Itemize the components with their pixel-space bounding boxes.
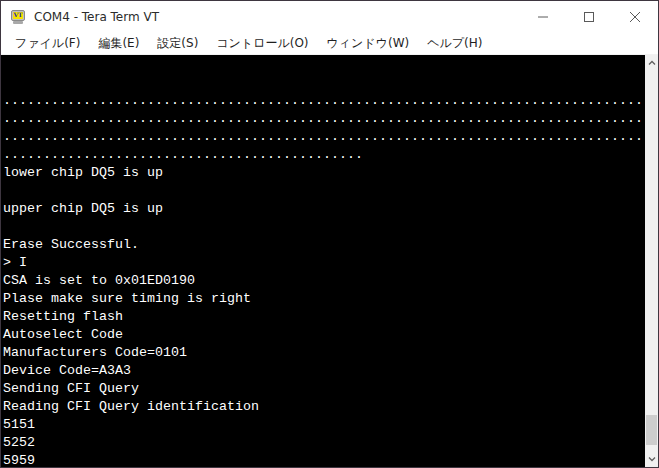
menu-control[interactable]: コントロール(O): [207, 33, 317, 54]
terminal-line: Autoselect Code: [3, 326, 645, 344]
close-icon: [630, 12, 640, 22]
terminal-line: Plase make sure timing is right: [3, 290, 645, 308]
menu-edit[interactable]: 編集(E): [89, 33, 148, 54]
vertical-scrollbar[interactable]: [645, 55, 658, 467]
terminal-area[interactable]: ........................................…: [1, 55, 658, 467]
terminal-line: lower chip DQ5 is up: [3, 164, 645, 182]
terminal-line: Manufacturers Code=0101: [3, 344, 645, 362]
vt-icon-label: VT: [13, 12, 23, 19]
maximize-button[interactable]: [566, 1, 612, 32]
terminal-line: ........................................…: [3, 128, 645, 146]
terminal-line: upper chip DQ5 is up: [3, 200, 645, 218]
tera-term-vt-icon: VT: [10, 9, 26, 25]
vt-icon-screen: VT: [11, 10, 25, 21]
terminal-line: Erase Successful.: [3, 236, 645, 254]
tera-term-window: VT COM4 - Tera Term VT フ: [0, 0, 659, 468]
terminal-line: 5151: [3, 416, 645, 434]
minimize-icon: [538, 12, 548, 22]
terminal-lines: ........................................…: [3, 92, 645, 467]
terminal-line: ........................................…: [3, 92, 645, 110]
minimize-button[interactable]: [520, 1, 566, 32]
terminal-line: > I: [3, 254, 645, 272]
terminal-line: Reading CFI Query identification: [3, 398, 645, 416]
menu-help[interactable]: ヘルプ(H): [418, 33, 491, 54]
terminal-line: ........................................…: [3, 110, 645, 128]
terminal-line: [3, 218, 645, 236]
terminal-line: Device Code=A3A3: [3, 362, 645, 380]
terminal-content: ........................................…: [1, 55, 645, 467]
scrollbar-thumb[interactable]: [646, 415, 657, 445]
chevron-up-icon: [648, 59, 656, 67]
title-bar[interactable]: VT COM4 - Tera Term VT: [1, 1, 658, 32]
window-title: COM4 - Tera Term VT: [34, 10, 159, 24]
terminal-line: [3, 182, 645, 200]
terminal-line: CSA is set to 0x01ED0190: [3, 272, 645, 290]
chevron-down-icon: [648, 455, 656, 463]
terminal-line: 5959: [3, 452, 645, 467]
vt-icon-base: [13, 21, 23, 24]
menu-file[interactable]: ファイル(F): [6, 33, 89, 54]
close-button[interactable]: [612, 1, 658, 32]
window-controls: [520, 1, 658, 32]
terminal-line: ........................................…: [3, 146, 645, 164]
menu-setup[interactable]: 設定(S): [148, 33, 207, 54]
terminal-line: Resetting flash: [3, 308, 645, 326]
menu-bar: ファイル(F) 編集(E) 設定(S) コントロール(O) ウィンドウ(W) ヘ…: [1, 32, 658, 55]
terminal-line: Sending CFI Query: [3, 380, 645, 398]
scroll-down-button[interactable]: [645, 451, 658, 467]
menu-window[interactable]: ウィンドウ(W): [318, 33, 419, 54]
terminal-line: 5252: [3, 434, 645, 452]
scroll-up-button[interactable]: [645, 55, 658, 71]
maximize-icon: [584, 12, 594, 22]
